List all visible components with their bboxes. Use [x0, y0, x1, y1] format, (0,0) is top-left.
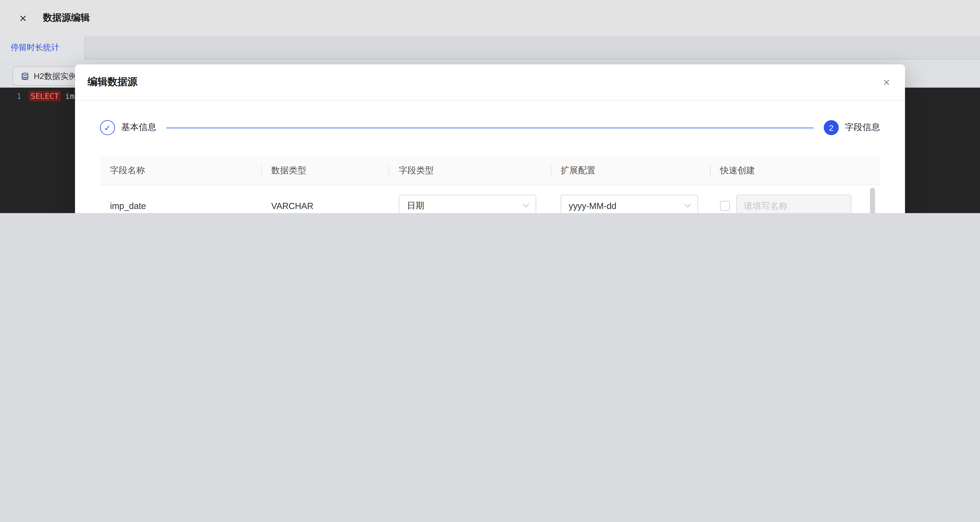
chevron-down-icon: [685, 201, 691, 207]
fields-table: 字段名称 数据类型 字段类型 扩展配置 快速创建 imp_date VARCHA…: [100, 156, 880, 213]
steps: ✓ 基本信息 2 字段信息: [100, 120, 880, 135]
modal-header: 编辑数据源 ×: [75, 64, 905, 101]
app-root: × 数据源编辑 停留时长统计 H2数据实例 1 SELECTimp 生成数据源 …: [0, 0, 980, 213]
step-connector-line: [166, 127, 814, 128]
quick-create-checkbox[interactable]: [720, 201, 730, 211]
table-scrollbar[interactable]: [870, 188, 875, 213]
chevron-down-icon: [523, 201, 529, 207]
field-type-select[interactable]: 日期: [399, 194, 536, 213]
field-row: imp_date VARCHAR 日期 yyyy-MM-dd: [100, 185, 880, 213]
col-data-type: 数据类型: [261, 156, 389, 185]
col-ext-config: 扩展配置: [551, 156, 710, 185]
step2-label: 字段信息: [845, 122, 880, 133]
step2-number: 2: [824, 120, 839, 135]
scrollbar-thumb[interactable]: [870, 188, 875, 213]
step1-check-icon: ✓: [100, 120, 115, 135]
fields-table-header: 字段名称 数据类型 字段类型 扩展配置 快速创建: [100, 156, 880, 185]
col-quick-create: 快速创建: [710, 156, 880, 185]
close-icon[interactable]: ×: [883, 77, 890, 88]
ext-config-select[interactable]: yyyy-MM-dd: [561, 194, 698, 213]
col-field-type: 字段类型: [389, 156, 550, 185]
quick-create-input[interactable]: [736, 194, 851, 213]
field-name: imp_date: [100, 185, 261, 213]
col-field-name: 字段名称: [100, 156, 261, 185]
modal-title: 编辑数据源: [88, 76, 138, 89]
edit-datasource-modal: 编辑数据源 × ✓ 基本信息 2 字段信息 字段名称 数据类型 字段类型 扩展配…: [75, 64, 905, 213]
field-datatype: VARCHAR: [261, 185, 389, 213]
step1-label: 基本信息: [121, 122, 156, 133]
